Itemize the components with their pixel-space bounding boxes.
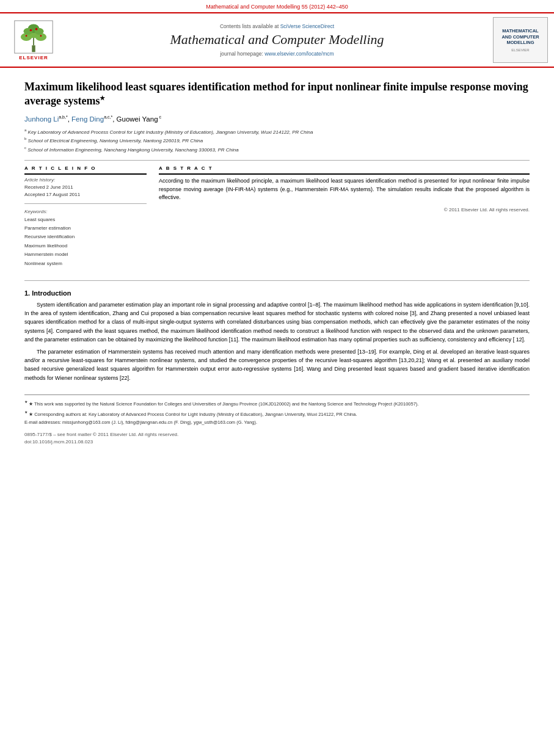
affiliations: a Key Laboratory of Advanced Process Con… [24, 128, 530, 154]
doi-line: doi:10.1016/j.mcm.2011.08.023 [24, 438, 530, 446]
article-info-abstract: A R T I C L E I N F O Article history: R… [24, 165, 530, 273]
section-intro-title: 1. Introduction [24, 289, 530, 297]
author-2: Feng Dinga,c,* [71, 115, 112, 123]
article-title-footnote: ★ [100, 95, 105, 101]
article-info-divider-mid [24, 203, 147, 204]
divider-1 [24, 160, 530, 161]
keywords-section: Keywords: Least squares Parameter estima… [24, 209, 147, 268]
abstract-text: According to the maximum likelihood prin… [159, 177, 530, 203]
compared-text: Compared [56, 328, 82, 334]
main-content: Maximum likelihood least squares identif… [0, 68, 554, 452]
keyword-6: Nonlinear system [24, 260, 147, 268]
elsevier-logo: ELSEVIER [6, 20, 61, 60]
affiliation-b: b School of Electrical Engineering, Nant… [24, 136, 530, 145]
article-info-divider-top [24, 173, 147, 175]
elsevier-label: ELSEVIER [19, 55, 48, 60]
footnote-email: E-mail addresses: missjunhong@163.com (J… [24, 419, 530, 426]
author-3: Guowei Yang c [117, 115, 161, 123]
article-title: Maximum likelihood least squares identif… [24, 80, 530, 109]
journal-main-title: Mathematical and Computer Modelling [67, 32, 487, 48]
article-title-text: Maximum likelihood least squares identif… [24, 81, 528, 107]
footnote-star: ★ ★ This work was supported by the Natur… [24, 399, 530, 407]
received-date: Received 2 June 2011 [24, 184, 147, 191]
accepted-date: Accepted 17 August 2011 [24, 191, 147, 198]
article-info-col: A R T I C L E I N F O Article history: R… [24, 165, 147, 273]
svg-point-10 [26, 35, 27, 37]
keyword-5: Hammerstein model [24, 250, 147, 259]
article-info-header: A R T I C L E I N F O [24, 165, 147, 171]
journal-logo-title: MATHEMATICALAND COMPUTERMODELLING [496, 28, 545, 46]
journal-ref-text: Mathematical and Computer Modelling 55 (… [206, 4, 348, 10]
keyword-2: Parameter estimation [24, 224, 147, 233]
affiliation-a: a Key Laboratory of Advanced Process Con… [24, 128, 530, 136]
abstract-col: A B S T R A C T According to the maximum… [159, 165, 530, 273]
bottom-info: 0895-7177/$ – see front matter © 2011 El… [24, 431, 530, 446]
keyword-4: Maximum likelihood [24, 242, 147, 250]
contents-line: Contents lists available at SciVerse Sci… [67, 23, 487, 29]
affiliation-c: c School of Information Engineering, Nan… [24, 145, 530, 154]
author-1: Junhong Lia,b,* [24, 115, 68, 123]
journal-logo-subtitle: ELSEVIER [496, 48, 545, 52]
keyword-3: Recursive identification [24, 233, 147, 241]
intro-para-2: The parameter estimation of Hammerstein … [24, 347, 530, 382]
svg-point-11 [40, 35, 42, 37]
history-section: Article history: Received 2 June 2011 Ac… [24, 177, 147, 198]
keyword-1: Least squares [24, 216, 147, 224]
abstract-header: A B S T R A C T [159, 165, 530, 171]
svg-point-6 [24, 27, 33, 34]
journal-ref-bar: Mathematical and Computer Modelling 55 (… [0, 0, 554, 12]
copyright-notice: © 2011 Elsevier Ltd. All rights reserved… [159, 207, 530, 213]
journal-logo-box: MATHEMATICALAND COMPUTERMODELLING ELSEVI… [493, 17, 548, 63]
sciverse-link[interactable]: SciVerse ScienceDirect [280, 23, 334, 29]
keywords-list: Least squares Parameter estimation Recur… [24, 216, 147, 268]
journal-title-block: Contents lists available at SciVerse Sci… [67, 23, 487, 56]
homepage-link[interactable]: www.elsevier.com/locate/mcm [264, 51, 333, 57]
svg-point-8 [30, 29, 32, 31]
svg-rect-0 [32, 45, 35, 52]
journal-homepage: journal homepage: www.elsevier.com/locat… [67, 51, 487, 57]
history-label: Article history: [24, 177, 147, 183]
divider-2 [24, 280, 530, 281]
authors-line: Junhong Lia,b,*, Feng Dinga,c,*, Guowei … [24, 115, 530, 123]
footnote-corresponding: ★ ★ Corresponding authors at: Key Labora… [24, 409, 530, 418]
abstract-divider-top [159, 173, 530, 175]
svg-point-9 [35, 27, 38, 30]
page-wrapper: Mathematical and Computer Modelling 55 (… [0, 0, 554, 756]
footnotes-area: ★ ★ This work was supported by the Natur… [24, 394, 530, 446]
keywords-label: Keywords: [24, 209, 147, 214]
elsevier-tree-icon [12, 20, 55, 54]
intro-para-1: System identification and parameter esti… [24, 300, 530, 344]
issn-line: 0895-7177/$ – see front matter © 2011 El… [24, 431, 530, 438]
journal-header: ELSEVIER Contents lists available at Sci… [0, 12, 554, 68]
